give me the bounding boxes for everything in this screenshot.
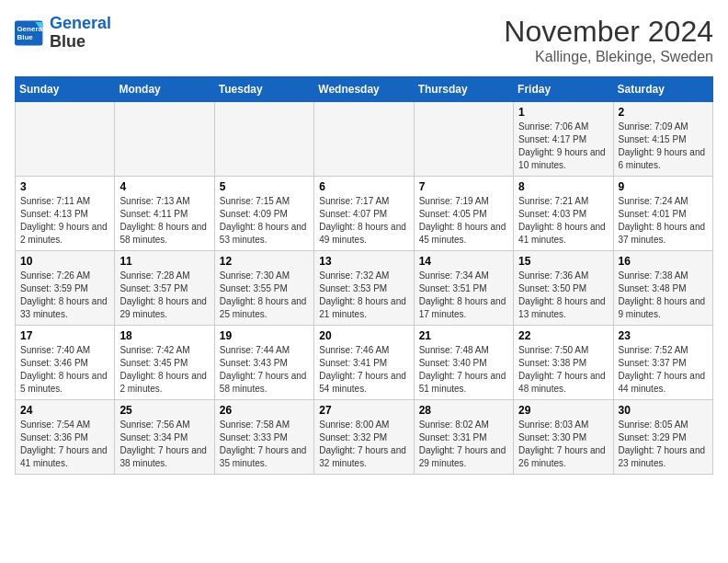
day-info: Sunrise: 7:58 AMSunset: 3:33 PMDaylight:… xyxy=(220,419,309,470)
calendar-cell: 24Sunrise: 7:54 AMSunset: 3:36 PMDayligh… xyxy=(16,400,115,475)
day-number: 16 xyxy=(619,255,708,268)
day-info: Sunrise: 7:36 AMSunset: 3:50 PMDaylight:… xyxy=(518,270,608,321)
weekday-tuesday: Tuesday xyxy=(214,77,313,102)
calendar-cell xyxy=(214,102,313,177)
day-info: Sunrise: 7:19 AMSunset: 4:05 PMDaylight:… xyxy=(419,195,508,247)
day-number: 3 xyxy=(20,180,109,193)
day-number: 20 xyxy=(319,329,408,342)
calendar-cell: 19Sunrise: 7:44 AMSunset: 3:43 PMDayligh… xyxy=(214,326,313,400)
day-number: 25 xyxy=(119,404,209,417)
day-info: Sunrise: 7:30 AMSunset: 3:55 PMDaylight:… xyxy=(220,270,309,321)
calendar-cell: 22Sunrise: 7:50 AMSunset: 3:38 PMDayligh… xyxy=(514,326,613,400)
day-info: Sunrise: 7:56 AMSunset: 3:34 PMDaylight:… xyxy=(119,419,209,470)
calendar-cell: 26Sunrise: 7:58 AMSunset: 3:33 PMDayligh… xyxy=(214,400,313,475)
day-number: 13 xyxy=(319,255,408,268)
calendar-cell: 27Sunrise: 8:00 AMSunset: 3:32 PMDayligh… xyxy=(314,400,414,475)
calendar-cell: 25Sunrise: 7:56 AMSunset: 3:34 PMDayligh… xyxy=(115,400,214,475)
logo: General Blue General Blue xyxy=(15,15,111,52)
day-info: Sunrise: 7:46 AMSunset: 3:41 PMDaylight:… xyxy=(319,344,408,396)
calendar-cell: 30Sunrise: 8:05 AMSunset: 3:29 PMDayligh… xyxy=(613,400,712,475)
calendar-cell xyxy=(314,102,414,177)
day-info: Sunrise: 8:05 AMSunset: 3:29 PMDaylight:… xyxy=(619,419,708,470)
day-number: 14 xyxy=(419,255,508,268)
calendar-cell: 10Sunrise: 7:26 AMSunset: 3:59 PMDayligh… xyxy=(16,251,115,326)
day-info: Sunrise: 7:13 AMSunset: 4:11 PMDaylight:… xyxy=(119,195,209,247)
day-number: 5 xyxy=(220,180,309,193)
week-row-5: 24Sunrise: 7:54 AMSunset: 3:36 PMDayligh… xyxy=(16,400,713,475)
day-info: Sunrise: 7:26 AMSunset: 3:59 PMDaylight:… xyxy=(20,270,109,321)
weekday-thursday: Thursday xyxy=(414,77,513,102)
calendar-cell: 5Sunrise: 7:15 AMSunset: 4:09 PMDaylight… xyxy=(214,177,313,251)
calendar-cell: 14Sunrise: 7:34 AMSunset: 3:51 PMDayligh… xyxy=(414,251,513,326)
day-info: Sunrise: 7:28 AMSunset: 3:57 PMDaylight:… xyxy=(119,270,209,321)
day-info: Sunrise: 7:50 AMSunset: 3:38 PMDaylight:… xyxy=(518,344,608,396)
day-info: Sunrise: 7:52 AMSunset: 3:37 PMDaylight:… xyxy=(619,344,708,396)
week-row-2: 3Sunrise: 7:11 AMSunset: 4:13 PMDaylight… xyxy=(16,177,713,251)
svg-text:General: General xyxy=(17,24,44,32)
day-number: 9 xyxy=(619,180,708,193)
weekday-wednesday: Wednesday xyxy=(314,77,414,102)
day-info: Sunrise: 7:11 AMSunset: 4:13 PMDaylight:… xyxy=(20,195,109,247)
title-area: November 2024 Kallinge, Blekinge, Sweden xyxy=(504,15,713,65)
calendar-cell: 18Sunrise: 7:42 AMSunset: 3:45 PMDayligh… xyxy=(115,326,214,400)
weekday-monday: Monday xyxy=(115,77,214,102)
day-info: Sunrise: 7:32 AMSunset: 3:53 PMDaylight:… xyxy=(319,270,408,321)
day-info: Sunrise: 7:38 AMSunset: 3:48 PMDaylight:… xyxy=(619,270,708,321)
day-number: 11 xyxy=(119,255,209,268)
week-row-4: 17Sunrise: 7:40 AMSunset: 3:46 PMDayligh… xyxy=(16,326,713,400)
calendar-cell: 9Sunrise: 7:24 AMSunset: 4:01 PMDaylight… xyxy=(613,177,712,251)
day-number: 8 xyxy=(518,180,608,193)
day-info: Sunrise: 8:02 AMSunset: 3:31 PMDaylight:… xyxy=(419,419,508,470)
month-title: November 2024 xyxy=(504,15,713,49)
calendar-cell: 3Sunrise: 7:11 AMSunset: 4:13 PMDaylight… xyxy=(16,177,115,251)
calendar-cell: 29Sunrise: 8:03 AMSunset: 3:30 PMDayligh… xyxy=(514,400,613,475)
day-number: 17 xyxy=(20,329,109,342)
calendar-cell: 21Sunrise: 7:48 AMSunset: 3:40 PMDayligh… xyxy=(414,326,513,400)
logo-text: General Blue xyxy=(50,15,111,52)
calendar-cell: 7Sunrise: 7:19 AMSunset: 4:05 PMDaylight… xyxy=(414,177,513,251)
day-number: 24 xyxy=(20,404,109,417)
weekday-header-row: SundayMondayTuesdayWednesdayThursdayFrid… xyxy=(16,77,713,102)
calendar-cell: 8Sunrise: 7:21 AMSunset: 4:03 PMDaylight… xyxy=(514,177,613,251)
location: Kallinge, Blekinge, Sweden xyxy=(504,49,713,65)
day-number: 10 xyxy=(20,255,109,268)
day-info: Sunrise: 7:15 AMSunset: 4:09 PMDaylight:… xyxy=(220,195,309,247)
day-info: Sunrise: 7:48 AMSunset: 3:40 PMDaylight:… xyxy=(419,344,508,396)
page-header: General Blue General Blue November 2024 … xyxy=(15,15,713,65)
logo-icon: General Blue xyxy=(15,20,44,46)
day-number: 6 xyxy=(319,180,408,193)
day-info: Sunrise: 7:42 AMSunset: 3:45 PMDaylight:… xyxy=(119,344,209,396)
calendar-cell: 20Sunrise: 7:46 AMSunset: 3:41 PMDayligh… xyxy=(314,326,414,400)
day-info: Sunrise: 8:03 AMSunset: 3:30 PMDaylight:… xyxy=(518,419,608,470)
calendar-cell xyxy=(115,102,214,177)
day-number: 2 xyxy=(619,106,708,119)
day-number: 26 xyxy=(220,404,309,417)
calendar-cell: 1Sunrise: 7:06 AMSunset: 4:17 PMDaylight… xyxy=(514,102,613,177)
day-info: Sunrise: 7:54 AMSunset: 3:36 PMDaylight:… xyxy=(20,419,109,470)
calendar-cell: 16Sunrise: 7:38 AMSunset: 3:48 PMDayligh… xyxy=(613,251,712,326)
day-info: Sunrise: 7:17 AMSunset: 4:07 PMDaylight:… xyxy=(319,195,408,247)
calendar-cell: 13Sunrise: 7:32 AMSunset: 3:53 PMDayligh… xyxy=(314,251,414,326)
day-info: Sunrise: 7:21 AMSunset: 4:03 PMDaylight:… xyxy=(518,195,608,247)
day-number: 7 xyxy=(419,180,508,193)
day-info: Sunrise: 7:06 AMSunset: 4:17 PMDaylight:… xyxy=(518,121,608,172)
day-number: 27 xyxy=(319,404,408,417)
day-number: 29 xyxy=(518,404,608,417)
day-info: Sunrise: 7:24 AMSunset: 4:01 PMDaylight:… xyxy=(619,195,708,247)
day-number: 4 xyxy=(119,180,209,193)
day-info: Sunrise: 7:09 AMSunset: 4:15 PMDaylight:… xyxy=(619,121,708,172)
day-number: 19 xyxy=(220,329,309,342)
weekday-saturday: Saturday xyxy=(613,77,712,102)
day-number: 28 xyxy=(419,404,508,417)
calendar-table: SundayMondayTuesdayWednesdayThursdayFrid… xyxy=(15,76,713,475)
day-number: 12 xyxy=(220,255,309,268)
weekday-sunday: Sunday xyxy=(16,77,115,102)
calendar-cell: 17Sunrise: 7:40 AMSunset: 3:46 PMDayligh… xyxy=(16,326,115,400)
svg-text:Blue: Blue xyxy=(17,33,33,41)
week-row-1: 1Sunrise: 7:06 AMSunset: 4:17 PMDaylight… xyxy=(16,102,713,177)
calendar-body: 1Sunrise: 7:06 AMSunset: 4:17 PMDaylight… xyxy=(16,102,713,475)
day-number: 18 xyxy=(119,329,209,342)
calendar-cell: 6Sunrise: 7:17 AMSunset: 4:07 PMDaylight… xyxy=(314,177,414,251)
day-number: 22 xyxy=(518,329,608,342)
calendar-cell: 23Sunrise: 7:52 AMSunset: 3:37 PMDayligh… xyxy=(613,326,712,400)
